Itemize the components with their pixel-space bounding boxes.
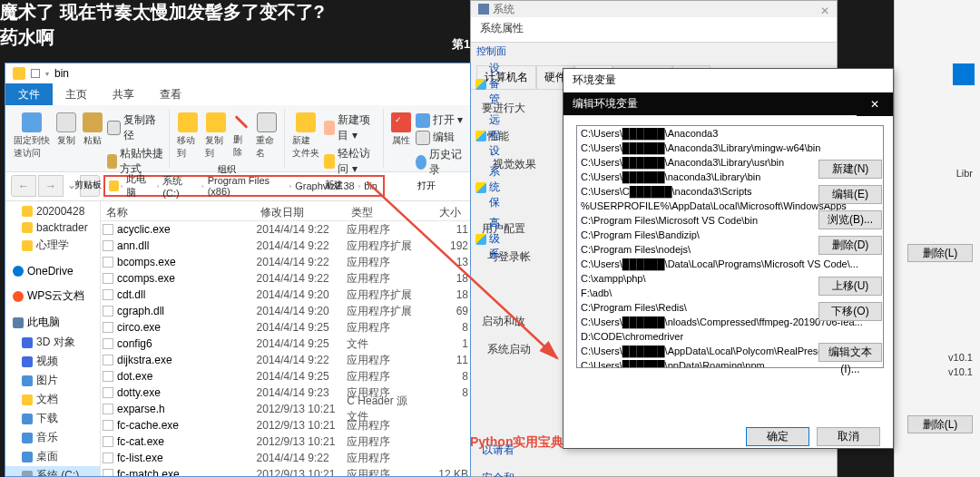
overflow-icon	[31, 69, 40, 78]
file-row[interactable]: exparse.h2012/9/13 10:21C Header 源文件	[101, 401, 470, 417]
sidebar-item[interactable]: 下载	[5, 409, 100, 428]
rename-button[interactable]: 重命名	[254, 111, 279, 161]
env-title1[interactable]: 环境变量	[564, 69, 893, 92]
delete-button[interactable]: 删除	[231, 111, 251, 161]
easy-access[interactable]: 轻松访问 ▾	[324, 146, 378, 177]
col-type: 类型	[346, 201, 416, 220]
file-row[interactable]: config62014/4/14 9:25文件1	[101, 336, 470, 352]
copy-button[interactable]: 复制	[54, 111, 78, 149]
tab-share[interactable]: 共享	[100, 83, 147, 105]
edit-text-button[interactable]: 编辑文本(I)...	[818, 343, 882, 362]
windows-icon	[953, 63, 975, 85]
copy-path[interactable]: 复制路径	[107, 112, 164, 143]
file-row[interactable]: ann.dll2014/4/14 9:22应用程序扩展192	[101, 238, 470, 254]
sysprop-title: 系统属性✕	[471, 17, 837, 43]
sidebar-item[interactable]: 音乐	[5, 428, 100, 447]
sidebar-item[interactable]: 20200428	[5, 203, 100, 219]
sidebar-item[interactable]: backtrader	[5, 219, 100, 236]
sidebar-item[interactable]: 心理学	[5, 236, 100, 255]
crumb-c[interactable]: 系统 (C:)	[161, 174, 200, 199]
env-path-item[interactable]: C:\Users\██████\Anaconda3\Library\mingw-…	[577, 141, 883, 155]
right-v1: v10.1	[948, 352, 973, 363]
file-row[interactable]: circo.exe2014/4/14 9:25应用程序8	[101, 319, 470, 336]
down-button[interactable]: 下移(O)	[818, 302, 882, 321]
pin-button[interactable]: 固定到快 速访问	[12, 111, 52, 161]
file-row[interactable]: cgraph.dll2014/4/14 9:20应用程序扩展69	[101, 303, 470, 319]
right-lib-text: Libr	[956, 168, 973, 179]
env-path-item[interactable]: C:\Users\██████\Anaconda3	[577, 126, 883, 141]
crumb-pf86[interactable]: Program Files (x86)	[206, 175, 288, 197]
file-row[interactable]: dot.exe2014/4/14 9:25应用程序8	[101, 368, 470, 385]
file-row[interactable]: bcomps.exe2014/4/14 9:22应用程序13	[101, 254, 470, 270]
sidebar-wps[interactable]: WPS云文档	[5, 286, 100, 307]
file-header[interactable]: 名称 修改日期 类型 大小	[101, 201, 470, 221]
close-icon[interactable]: ✕	[820, 5, 829, 17]
crumb-thispc[interactable]: 此电脑	[124, 172, 154, 200]
paste-button[interactable]: 粘贴	[81, 111, 104, 149]
env-title2[interactable]: 编辑环境变量✕	[564, 92, 893, 116]
explorer-window: ▾ bin 文件 主页 共享 查看 固定到快 速访问 复制 粘贴 复制路径 粘贴…	[5, 63, 471, 477]
close-icon[interactable]: ✕	[857, 92, 893, 116]
link-device-mgr[interactable]: 设备管	[474, 58, 512, 110]
watermark: Python实用宝典	[470, 434, 564, 451]
sidebar-item[interactable]: 图片	[5, 371, 100, 390]
sidebar-item[interactable]: 桌面	[5, 447, 100, 466]
delete-button[interactable]: 删除(D)	[818, 236, 882, 255]
file-row[interactable]: dijkstra.exe2014/4/14 9:22应用程序11	[101, 352, 470, 368]
file-row[interactable]: acyclic.exe2014/4/14 9:22应用程序11	[101, 221, 470, 238]
forward-button[interactable]: →	[38, 175, 64, 197]
explorer-titlebar[interactable]: ▾ bin	[5, 63, 470, 83]
address-bar[interactable]: › 此电脑› 系统 (C:)› Program Files (x86)› Gra…	[103, 175, 385, 197]
cancel-button[interactable]: 取消	[817, 427, 880, 446]
copyto-button[interactable]: 复制到	[203, 111, 229, 161]
tab-view[interactable]: 查看	[147, 83, 194, 105]
right-delete2-button[interactable]: 删除(L)	[907, 415, 973, 433]
new-item[interactable]: 新建项目 ▾	[324, 112, 378, 143]
file-row[interactable]: cdt.dll2014/4/14 9:20应用程序扩展18	[101, 287, 470, 303]
edit-button[interactable]: 编辑(E)	[818, 185, 882, 204]
file-pane: 名称 修改日期 类型 大小 acyclic.exe2014/4/14 9:22应…	[101, 201, 470, 476]
open-button[interactable]: 打开 ▾	[416, 112, 464, 128]
sidebar-thispc[interactable]: 此电脑	[5, 312, 100, 333]
up-button[interactable]: 上移(U)	[818, 277, 882, 296]
link-sysprotect[interactable]: 系统保	[474, 161, 512, 213]
sidebar-onedrive[interactable]: OneDrive	[5, 262, 100, 280]
link-advanced[interactable]: 高级系	[474, 213, 512, 265]
link-remote[interactable]: 远程设	[474, 110, 512, 161]
group-open: 打开	[417, 180, 436, 192]
properties-button[interactable]: ✓属性	[389, 111, 413, 149]
sidebar: 20200428 backtrader 心理学 OneDrive WPS云文档 …	[5, 201, 101, 476]
sidebar-item[interactable]: 系统 (C:)	[5, 466, 100, 476]
sidebar-item[interactable]: 3D 对象	[5, 333, 100, 352]
right-delete-button[interactable]: 删除(L)	[907, 244, 973, 262]
back-button[interactable]: ←	[11, 175, 36, 197]
explorer-title: bin	[54, 67, 69, 80]
group-clipboard: 剪贴板	[74, 179, 102, 191]
newfolder-button[interactable]: 新建 文件夹	[290, 111, 321, 161]
syscontrol-links: 设备管 远程设 系统保 高级系	[470, 54, 515, 268]
tab-home[interactable]: 主页	[53, 83, 100, 105]
right-panel-bg: Libr 删除(L) v10.1 v10.1 删除(L)	[894, 0, 980, 477]
file-row[interactable]: fc-list.exe2014/4/14 9:22应用程序	[101, 450, 470, 466]
history-button[interactable]: 历史记录	[416, 147, 464, 178]
file-row[interactable]: fc-cat.exe2012/9/13 10:21应用程序	[101, 433, 470, 450]
sidebar-item[interactable]: 视频	[5, 352, 100, 371]
crumb-graphviz[interactable]: Graphviz2.38	[293, 180, 356, 191]
sidebar-item[interactable]: 文档	[5, 390, 100, 409]
bg-caption-1: 魔术了 现在节奏太慢加发髻多了变不了?	[0, 0, 325, 24]
ok-button[interactable]: 确定	[746, 427, 809, 446]
folder-icon	[109, 180, 119, 191]
file-row[interactable]: ccomps.exe2014/4/14 9:22应用程序18	[101, 270, 470, 287]
col-size: 大小	[416, 201, 467, 220]
browse-button[interactable]: 浏览(B)...	[818, 210, 882, 229]
control-panel-link[interactable]: 控制面	[471, 43, 837, 60]
file-row[interactable]: fc-cache.exe2012/9/13 10:21应用程序	[101, 417, 470, 433]
file-row[interactable]: fc-match.exe2012/9/13 10:21应用程序12 KB	[101, 466, 470, 476]
moveto-button[interactable]: 移动到	[175, 111, 201, 161]
group-organize: 组织	[218, 163, 236, 176]
edit-button[interactable]: 编辑	[416, 130, 464, 145]
crumb-bin[interactable]: bin	[362, 180, 379, 191]
tab-file[interactable]: 文件	[5, 83, 53, 105]
security-link[interactable]: 安全和	[482, 471, 826, 477]
new-button[interactable]: 新建(N)	[818, 160, 882, 179]
